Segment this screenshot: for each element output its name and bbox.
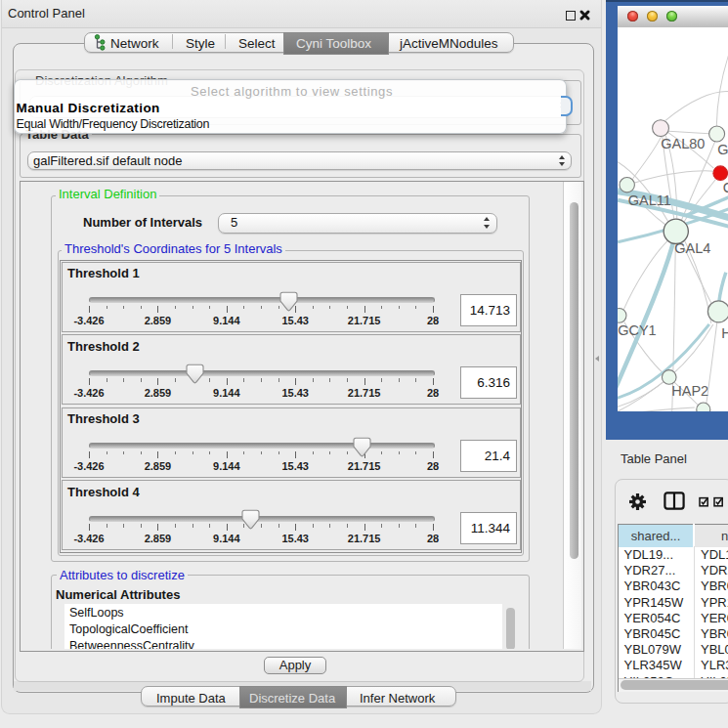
svg-text:GAL4: GAL4	[674, 240, 710, 256]
svg-text:CY: CY	[722, 180, 728, 195]
svg-text:HAP2: HAP2	[671, 382, 708, 398]
svg-text:GA: GA	[717, 141, 728, 156]
svg-text:GAL11: GAL11	[627, 193, 670, 208]
svg-text:GCY1: GCY1	[618, 321, 657, 337]
svg-text:HI: HI	[721, 324, 728, 340]
svg-text:GAL80: GAL80	[661, 135, 705, 150]
